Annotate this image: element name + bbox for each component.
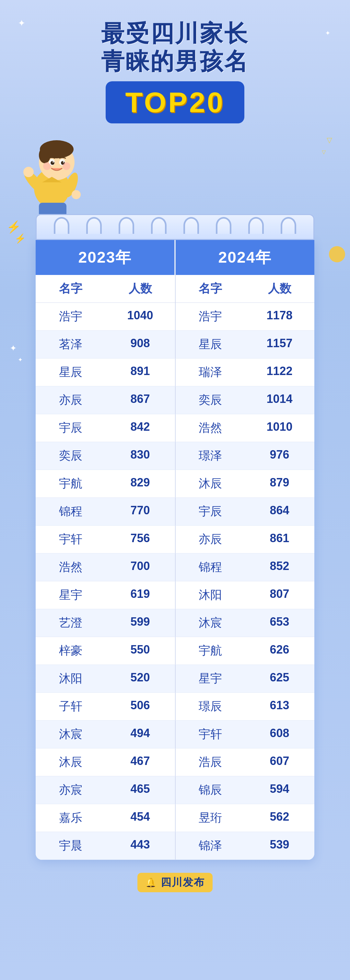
count-2024: 608 [245,721,314,748]
count-2023: 908 [105,331,175,358]
name-2023: 沐阳 [36,665,105,692]
year-header-row: 2023年 2024年 [36,240,314,275]
count-2024: 976 [245,442,314,469]
name-2024: 沐宸 [175,609,245,637]
table-row: 奕辰 830 璟泽 976 [36,442,314,470]
name-2023: 星辰 [36,358,105,386]
name-2024: 昱珩 [175,804,245,832]
name-2023: 星宇 [36,581,105,609]
footer-logo: 🔔 四川发布 [137,873,213,892]
col-2023-name: 名字 [36,275,105,302]
name-2023: 子轩 [36,693,105,720]
count-2023: 700 [105,554,175,581]
count-2023: 506 [105,693,175,720]
year-2023-header: 2023年 [36,240,174,275]
svg-point-11 [62,162,70,170]
count-2023: 1040 [105,303,175,330]
count-2023: 619 [105,581,175,609]
name-2023: 宇辰 [36,414,105,442]
name-2024: 宇航 [175,637,245,665]
count-2023: 830 [105,442,175,469]
name-2024: 锦程 [175,554,245,581]
count-2024: 625 [245,665,314,692]
count-2023: 891 [105,358,175,386]
count-2023: 550 [105,637,175,665]
name-2023: 锦程 [36,498,105,525]
table-row: 亦辰 867 奕辰 1014 [36,387,314,414]
table-row: 宇航 829 沐辰 879 [36,470,314,498]
name-2023: 沐宸 [36,721,105,748]
name-2023: 浩宇 [36,303,105,330]
count-2024: 807 [245,581,314,609]
table-row: 艺澄 599 沐宸 653 [36,609,314,637]
name-2023: 宇轩 [36,526,105,553]
year-2024-header: 2024年 [176,240,314,275]
name-2024: 浩然 [175,414,245,442]
count-2024: 653 [245,609,314,637]
ring-7 [248,217,264,234]
name-2023: 亦宸 [36,776,105,804]
svg-point-8 [53,161,54,162]
count-2024: 852 [245,554,314,581]
table-row: 茗泽 908 星辰 1157 [36,331,314,358]
count-2024: 626 [245,637,314,665]
header: 最受四川家长 青睐的男孩名 TOP20 [0,0,350,130]
col-2024-count: 人数 [245,275,314,302]
count-2024: 864 [245,498,314,525]
table-row: 沐阳 520 星宇 625 [36,665,314,693]
count-2023: 867 [105,387,175,414]
count-2023: 465 [105,776,175,804]
count-2023: 756 [105,526,175,553]
table-row: 梓豪 550 宇航 626 [36,637,314,665]
ring-6 [216,217,232,234]
name-2024: 锦辰 [175,776,245,804]
svg-point-3 [39,147,51,163]
count-2024: 1178 [245,303,314,330]
name-2024: 瑞泽 [175,358,245,386]
table-row: 嘉乐 454 昱珩 562 [36,804,314,832]
count-2024: 1010 [245,414,314,442]
count-2023: 829 [105,470,175,498]
table-row: 宇辰 842 浩然 1010 [36,414,314,442]
count-2024: 607 [245,748,314,776]
svg-point-13 [23,167,34,177]
ring-8 [281,217,296,234]
name-2023: 亦辰 [36,387,105,414]
table-row: 沐辰 467 浩辰 607 [36,748,314,776]
count-2023: 770 [105,498,175,525]
count-2023: 467 [105,748,175,776]
table-row: 星宇 619 沐阳 807 [36,581,314,609]
table-row: 宇轩 756 亦辰 861 [36,526,314,554]
data-rows: 浩宇 1040 浩宇 1178 茗泽 908 星辰 1157 星辰 891 瑞泽… [36,303,314,860]
name-2024: 浩宇 [175,303,245,330]
table-row: 锦程 770 宇辰 864 [36,498,314,526]
name-2024: 星宇 [175,665,245,692]
count-2024: 613 [245,693,314,720]
name-2023: 茗泽 [36,331,105,358]
top-label-box: TOP20 [105,81,244,123]
table-row: 沐宸 494 宇轩 608 [36,721,314,748]
svg-rect-16 [39,203,66,214]
ring-4 [151,217,166,234]
name-2024: 锦泽 [175,832,245,859]
name-2023: 沐辰 [36,748,105,776]
ring-2 [86,217,102,234]
name-2024: 沐阳 [175,581,245,609]
count-2024: 594 [245,776,314,804]
count-2023: 599 [105,609,175,637]
svg-point-15 [72,190,81,199]
name-2024: 璟辰 [175,693,245,720]
table-row: 宇晨 443 锦泽 539 [36,832,314,860]
main-table: 2023年 2024年 名字 人数 名字 人数 浩宇 1040 浩宇 1178 … [36,240,314,860]
character-illustration [0,130,350,214]
count-2024: 1014 [245,387,314,414]
name-2023: 艺澄 [36,609,105,637]
count-2024: 861 [245,526,314,553]
name-2024: 奕辰 [175,387,245,414]
count-2023: 454 [105,804,175,832]
name-2024: 亦辰 [175,526,245,553]
name-2023: 奕辰 [36,442,105,469]
col-2024-name: 名字 [175,275,245,302]
page-title: 最受四川家长 青睐的男孩名 [101,19,249,75]
table-row: 浩宇 1040 浩宇 1178 [36,303,314,331]
